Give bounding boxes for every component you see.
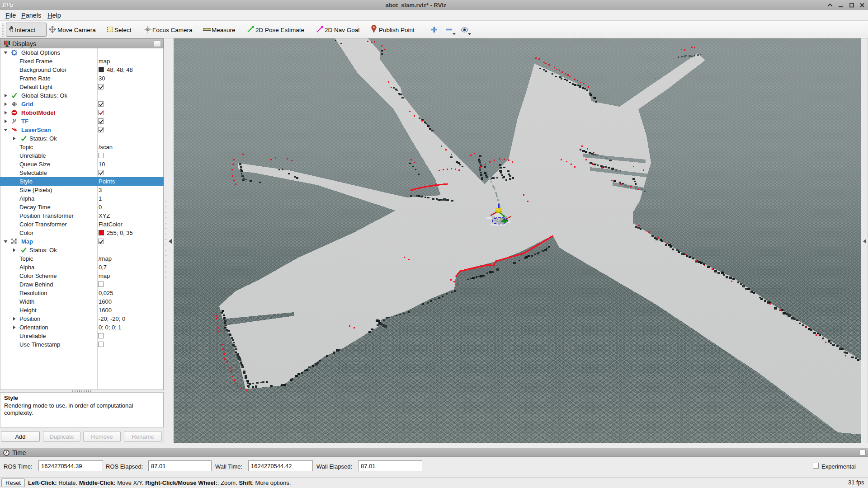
svg-text:base_footprint: base_footprint xyxy=(491,223,505,226)
svg-text:odom: odom xyxy=(486,216,492,219)
svg-text:laser: laser xyxy=(506,221,511,223)
